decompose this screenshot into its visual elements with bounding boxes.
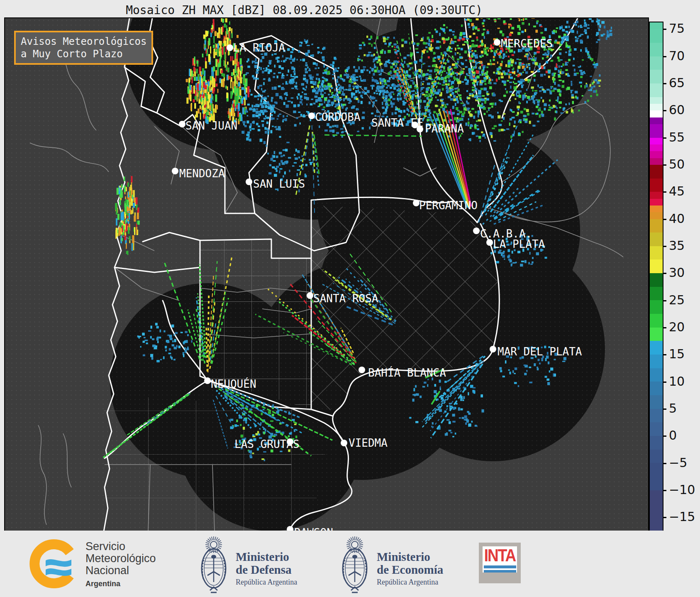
colorbar-tick (663, 191, 666, 193)
colorbar-tick-label: 50 (669, 157, 685, 171)
colorbar-tick-label: 0 (669, 428, 677, 443)
advisory-banner[interactable]: Avisos Meteorológicos a Muy Corto Plazo (14, 31, 153, 65)
smn-line3: Nacional (85, 565, 156, 577)
city-dot (359, 367, 365, 373)
colorbar-tick-label: 10 (669, 374, 685, 388)
city-label: LA PLATA (493, 238, 545, 250)
colorbar-tick-label: −15 (669, 509, 695, 524)
smn-line1: Servicio (85, 541, 156, 553)
colorbar-tick-label: 5 (669, 401, 677, 416)
city-dot (417, 126, 423, 132)
colorbar-segment (650, 83, 663, 97)
colorbar-tick (663, 56, 666, 57)
city-dot (486, 239, 493, 246)
smn-logo: Servicio Meteorológico Nacional Argentin… (28, 539, 156, 590)
colorbar-segment (650, 450, 663, 463)
colorbar-segment (650, 368, 663, 382)
colorbar-tick (663, 219, 666, 220)
city-dot (204, 377, 211, 384)
colorbar-segment (650, 422, 663, 436)
city-label: NEUQUÉN (211, 377, 256, 390)
colorbar-tick (663, 83, 666, 84)
defensa-title2: de Defensa (236, 563, 297, 576)
coat-of-arms-icon (198, 534, 229, 596)
colorbar-tick (663, 273, 666, 274)
colorbar-tick-label: 60 (669, 103, 685, 117)
city-marker: MERCEDES (494, 37, 553, 50)
city-marker: SANTA ROSA (307, 292, 378, 305)
ministerio-economia-logo: Ministerio de Economía República Argenti… (339, 534, 443, 596)
city-label: LAS GRUTAS (234, 438, 300, 450)
inta-label: INTA (484, 546, 516, 565)
city-marker: SANTA FE (371, 117, 423, 129)
city-marker: NEUQUÉN (204, 377, 256, 390)
city-marker: CÓRDOBA (308, 110, 361, 123)
colorbar-segment (650, 382, 663, 395)
colorbar-tick (663, 490, 666, 491)
colorbar-tick (663, 164, 666, 166)
colorbar-segment (650, 328, 663, 341)
colorbar-tick (663, 517, 666, 518)
colorbar-segment (650, 97, 663, 104)
colorbar-segment (650, 246, 663, 260)
radar-map-svg: LA RIOJAMERCEDESSAN JUANCÓRDOBASANTA FEP… (5, 18, 648, 531)
city-dot (172, 168, 178, 174)
colorbar-segment (650, 355, 663, 368)
colorbar-tick (663, 327, 666, 328)
colorbar-tick (663, 409, 666, 410)
colorbar-segment (650, 56, 663, 70)
defensa-subtitle: República Argentina (236, 578, 297, 587)
city-label: MAR DEL PLATA (498, 345, 582, 358)
smn-logo-icon (28, 539, 78, 589)
city-dot (307, 292, 313, 299)
city-dot (227, 44, 233, 51)
city-label: CÓRDOBA (315, 110, 361, 123)
colorbar-segment (650, 104, 663, 110)
colorbar-segment (650, 22, 663, 29)
colorbar-segment (650, 300, 663, 314)
colorbar-tick-label: 35 (669, 238, 685, 253)
colorbar-tick-label: 75 (669, 21, 685, 36)
city-marker: MENDOZA (172, 167, 225, 180)
colorbar-segment (650, 409, 663, 423)
advisory-line1: Avisos Meteorológicos (21, 35, 146, 48)
page-title: Mosaico ZH MAX [dBZ] 08.09.2025 06:30HOA… (0, 3, 608, 17)
colorbar-segments (650, 22, 663, 531)
colorbar-segment (650, 341, 663, 355)
colorbar-segment (650, 144, 663, 151)
colorbar-segment (650, 199, 663, 206)
smn-line4: Argentina (85, 578, 156, 590)
city-marker: LA PLATA (486, 238, 545, 250)
colorbar-tick-label: 25 (669, 292, 685, 307)
city-dot (494, 39, 500, 46)
colorbar-segment (650, 151, 663, 158)
colorbar-tick-label: −10 (669, 482, 695, 497)
city-label: SANTA FE (371, 117, 423, 129)
colorbar-tick (663, 354, 666, 355)
colorbar (649, 22, 663, 532)
city-label: SANTA ROSA (313, 292, 378, 305)
colorbar-tick-label: 20 (669, 320, 685, 334)
colorbar-tick-label: −5 (669, 455, 687, 470)
colorbar-segment (650, 179, 663, 192)
colorbar-tick (663, 300, 666, 301)
city-label: VIEDMA (349, 437, 388, 449)
colorbar-tick (663, 29, 666, 30)
colorbar-tick (663, 110, 666, 111)
city-label: PERGAMINO (419, 199, 478, 212)
city-marker: BAHÍA BLANCA (359, 366, 446, 379)
colorbar-segment (650, 314, 663, 328)
city-marker: MAR DEL PLATA (490, 345, 582, 358)
colorbar-tick-label: 15 (669, 347, 685, 361)
advisory-line2: a Muy Corto Plazo (21, 48, 146, 60)
colorbar-segment (650, 259, 663, 273)
colorbar-segment (650, 219, 663, 233)
colorbar-tick-label: 45 (669, 184, 685, 198)
colorbar-segment (650, 232, 663, 246)
city-dot (308, 113, 315, 119)
city-marker: SAN JUAN (179, 120, 237, 132)
city-label: BAHÍA BLANCA (368, 366, 446, 379)
colorbar-segment (650, 206, 663, 212)
city-label: PARANA (425, 122, 464, 135)
city-dot (246, 179, 252, 185)
